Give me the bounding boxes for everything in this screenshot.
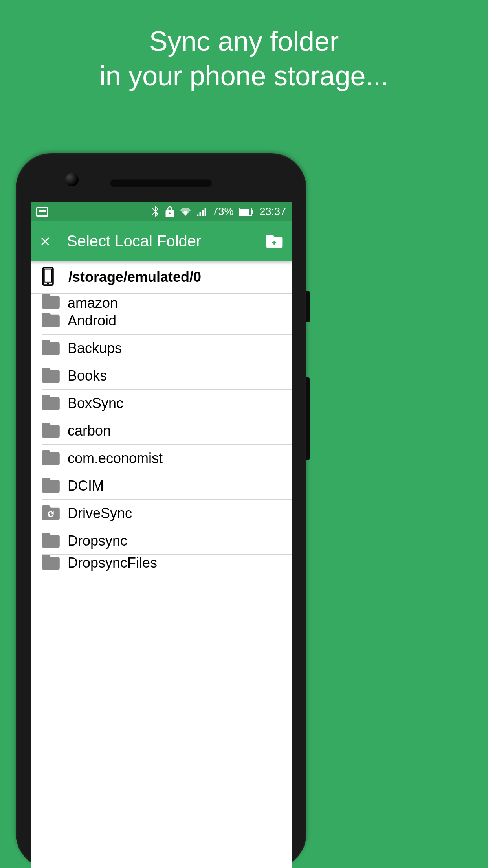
current-path: /storage/emulated/0 <box>68 269 201 285</box>
clock-time: 23:37 <box>259 206 286 218</box>
folder-icon <box>42 423 59 439</box>
battery-icon <box>239 208 253 216</box>
promo-headline: Sync any folder in your phone storage... <box>0 0 488 93</box>
folder-item[interactable]: amazon <box>31 294 292 307</box>
folder-name: Android <box>68 313 116 329</box>
folder-icon <box>42 555 59 571</box>
app-bar-title: Select Local Folder <box>67 232 265 250</box>
phone-storage-icon <box>42 267 54 286</box>
folder-item[interactable]: BoxSync <box>31 390 292 417</box>
wifi-icon <box>180 208 191 216</box>
device-screen: 73% 23:37 Select Local Folder /storag <box>31 202 292 868</box>
lock-icon <box>165 206 174 217</box>
device-camera <box>65 173 79 186</box>
bluetooth-icon <box>152 206 160 218</box>
device-button <box>306 377 310 460</box>
battery-percent: 73% <box>212 206 233 218</box>
app-bar: Select Local Folder <box>31 221 292 261</box>
status-bar: 73% 23:37 <box>31 202 292 221</box>
folder-list[interactable]: amazonAndroidBackupsBooksBoxSynccarbonco… <box>31 294 292 577</box>
folder-item[interactable]: Backups <box>31 335 292 362</box>
svg-rect-1 <box>252 210 253 214</box>
folder-sync-icon <box>42 505 59 522</box>
folder-item[interactable]: carbon <box>31 417 292 445</box>
folder-item[interactable]: Dropsync <box>31 527 292 555</box>
close-button[interactable] <box>39 235 62 248</box>
svg-point-5 <box>47 283 49 284</box>
folder-name: carbon <box>68 423 111 439</box>
folder-name: BoxSync <box>68 395 123 412</box>
new-folder-button[interactable] <box>265 235 284 248</box>
folder-icon <box>42 450 59 467</box>
svg-rect-2 <box>240 209 249 215</box>
path-bar[interactable]: /storage/emulated/0 <box>31 261 292 294</box>
promo-line2: in your phone storage... <box>16 59 472 94</box>
signal-icon <box>197 208 206 216</box>
folder-icon <box>42 533 59 549</box>
folder-item[interactable]: DCIM <box>31 472 292 500</box>
folder-name: DCIM <box>68 478 104 494</box>
folder-item[interactable]: Books <box>31 362 292 390</box>
device-speaker <box>110 179 212 187</box>
cast-icon <box>36 207 48 217</box>
new-folder-icon <box>266 235 283 248</box>
folder-icon <box>42 478 59 494</box>
close-icon <box>39 235 52 248</box>
device-frame: 73% 23:37 Select Local Folder /storag <box>16 153 306 868</box>
folder-name: com.economist <box>68 450 163 467</box>
folder-icon <box>42 368 59 384</box>
device-button <box>306 291 310 322</box>
folder-item[interactable]: DriveSync <box>31 500 292 527</box>
promo-line1: Sync any folder <box>16 24 472 59</box>
folder-item[interactable]: DropsyncFiles <box>31 555 292 577</box>
folder-name: Backups <box>68 340 122 357</box>
folder-icon <box>42 313 59 329</box>
folder-item[interactable]: com.economist <box>31 445 292 472</box>
svg-rect-4 <box>44 269 51 282</box>
folder-name: DriveSync <box>68 505 132 522</box>
folder-icon <box>42 395 59 412</box>
folder-name: Dropsync <box>68 533 127 549</box>
folder-name: Books <box>68 368 107 384</box>
folder-icon <box>42 340 59 357</box>
folder-name: DropsyncFiles <box>68 555 157 571</box>
folder-item[interactable]: Android <box>31 307 292 335</box>
